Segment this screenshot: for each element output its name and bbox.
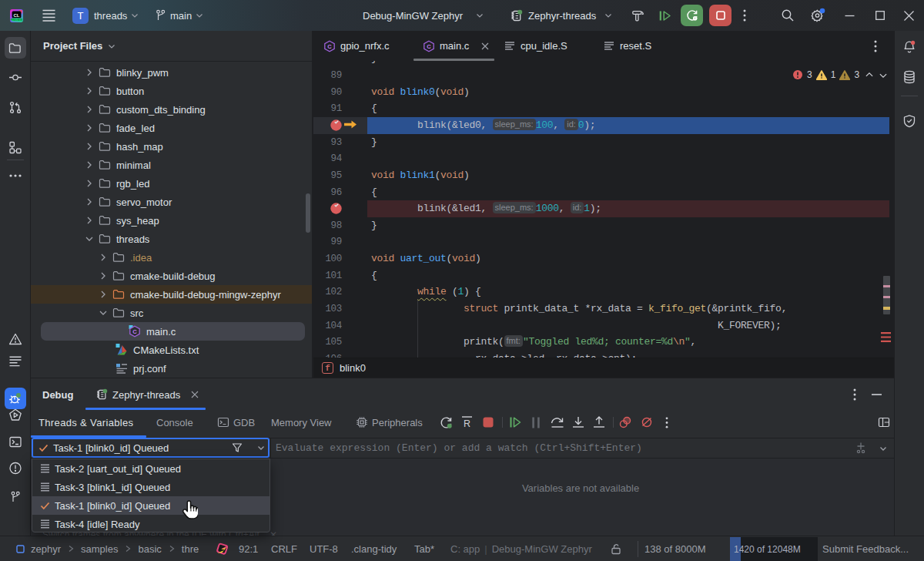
svg-text:C: C [427, 42, 431, 49]
svg-text:PREVIEW: PREVIEW [11, 18, 23, 21]
svg-text:CL: CL [14, 12, 20, 17]
svg-text:C: C [132, 328, 137, 335]
svg-text:R: R [464, 418, 470, 428]
svg-text:C: C [327, 42, 332, 49]
